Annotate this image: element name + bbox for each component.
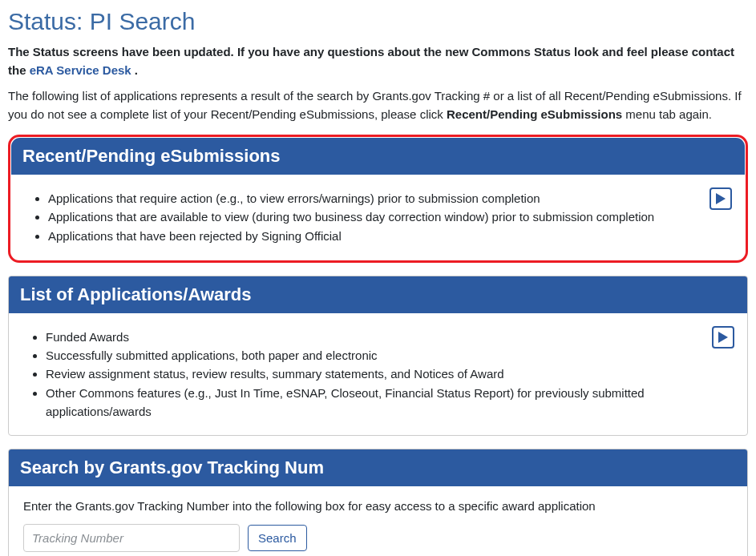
recent-pending-play-button[interactable] — [710, 187, 732, 210]
svg-marker-0 — [716, 193, 726, 204]
play-icon — [718, 332, 728, 343]
recent-pending-header: Recent/Pending eSubmissions — [11, 138, 745, 175]
recent-pending-panel: Recent/Pending eSubmissions Applications… — [8, 135, 748, 263]
era-service-desk-link[interactable]: eRA Service Desk — [30, 63, 131, 77]
search-tracking-header: Search by Grants.gov Tracking Num — [9, 449, 747, 486]
applications-awards-header: List of Applications/Awards — [9, 276, 747, 313]
list-item: Applications that require action (e.g., … — [48, 189, 730, 207]
search-tracking-body: Enter the Grants.gov Tracking Number int… — [9, 486, 747, 556]
intro-paragraph: The following list of applications repre… — [8, 87, 748, 123]
search-button[interactable]: Search — [248, 525, 307, 551]
search-row: Search — [23, 524, 733, 552]
applications-awards-play-button[interactable] — [712, 326, 734, 349]
page-title: Status: PI Search — [8, 8, 748, 35]
search-tracking-panel: Search by Grants.gov Tracking Num Enter … — [8, 449, 748, 556]
update-notice: The Status screens have been updated. If… — [8, 43, 748, 79]
applications-awards-body: Funded Awards Successfully submitted app… — [9, 313, 747, 435]
tracking-number-input[interactable] — [23, 524, 240, 552]
list-item: Applications that have been rejected by … — [48, 227, 730, 245]
intro-text-2: menu tab again. — [622, 107, 712, 121]
recent-pending-body: Applications that require action (e.g., … — [11, 175, 745, 260]
list-item: Applications that are available to view … — [48, 207, 730, 226]
list-item: Other Commons features (e.g., Just In Ti… — [46, 384, 733, 421]
search-desc: Enter the Grants.gov Tracking Number int… — [23, 499, 733, 513]
recent-pending-list: Applications that require action (e.g., … — [26, 189, 730, 245]
svg-marker-1 — [718, 332, 728, 343]
list-item: Successfully submitted applications, bot… — [46, 346, 733, 365]
list-item: Review assignment status, review results… — [46, 365, 733, 383]
play-icon — [716, 193, 726, 204]
applications-awards-panel: List of Applications/Awards Funded Award… — [8, 276, 748, 436]
applications-awards-list: Funded Awards Successfully submitted app… — [23, 328, 733, 421]
list-item: Funded Awards — [46, 328, 733, 346]
intro-bold: Recent/Pending eSubmissions — [447, 107, 622, 121]
notice-text-2: . — [131, 63, 138, 77]
